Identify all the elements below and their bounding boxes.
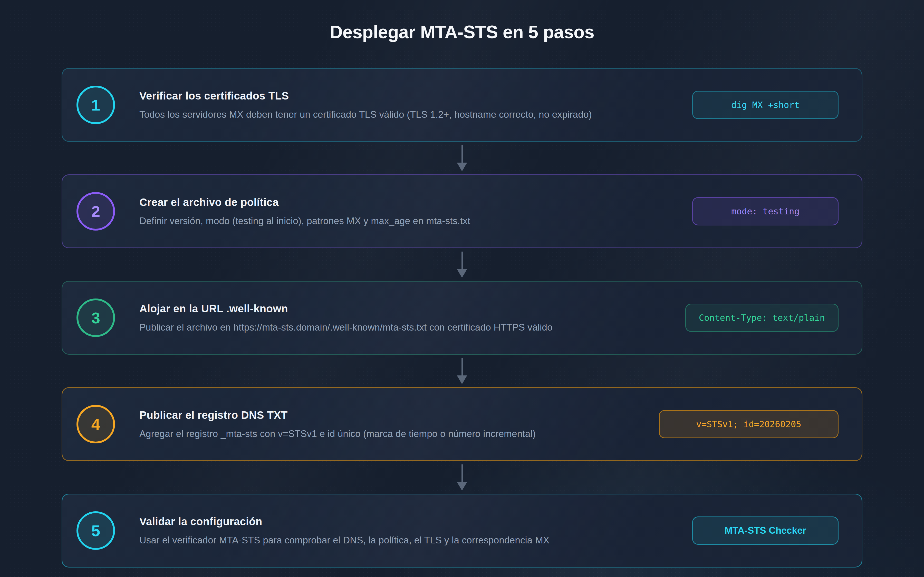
step-number: 1: [91, 96, 100, 114]
step-title: Alojar en la URL .well-known: [139, 303, 552, 315]
page-title: Desplegar MTA-STS en 5 pasos: [0, 22, 924, 42]
step-description: Todos los servidores MX deben tener un c…: [139, 109, 592, 120]
step-code-badge: Content-Type: text/plain: [685, 304, 838, 332]
step-title: Crear el archivo de política: [139, 196, 470, 208]
down-arrow-icon: [61, 461, 863, 494]
step-code-badge: v=STSv1; id=20260205: [659, 410, 838, 438]
step-card-2: 2 Crear el archivo de política Definir v…: [61, 174, 863, 248]
arrow-line: [462, 358, 463, 376]
step-title: Verificar los certificados TLS: [139, 90, 592, 102]
down-arrow-icon: [61, 142, 863, 174]
step-number: 4: [91, 415, 100, 434]
step-text: Crear el archivo de política Definir ver…: [139, 196, 470, 226]
step-card-4-highlighted: 4 Publicar el registro DNS TXT Agregar e…: [61, 387, 863, 461]
step-text: Alojar en la URL .well-known Publicar el…: [139, 303, 552, 333]
step-text: Verificar los certificados TLS Todos los…: [139, 90, 592, 120]
step-number: 2: [91, 202, 100, 221]
arrow-head: [457, 163, 467, 171]
step-code-badge: dig MX +short: [692, 91, 838, 119]
step-number: 5: [91, 522, 100, 540]
step-description: Definir versión, modo (testing al inicio…: [139, 216, 470, 226]
arrow-line: [462, 145, 463, 163]
arrow-head: [457, 482, 467, 491]
step-number-circle: 2: [76, 192, 115, 230]
step-description: Usar el verificador MTA-STS para comprob…: [139, 535, 549, 546]
step-description: Publicar el archivo en https://mta-sts.d…: [139, 322, 552, 333]
down-arrow-icon: [61, 248, 863, 281]
step-number-circle: 3: [76, 298, 115, 337]
step-card-5: 5 Validar la configuración Usar el verif…: [61, 494, 863, 567]
step-number: 3: [91, 309, 100, 327]
arrow-line: [462, 251, 463, 269]
arrow-line: [462, 464, 463, 482]
step-text: Validar la configuración Usar el verific…: [139, 516, 549, 546]
step-number-circle: 5: [76, 511, 115, 550]
arrow-head: [457, 269, 467, 278]
step-title: Publicar el registro DNS TXT: [139, 409, 536, 421]
step-number-circle: 4: [76, 405, 115, 443]
arrow-head: [457, 376, 467, 384]
step-code-badge: mode: testing: [692, 197, 838, 226]
down-arrow-icon: [61, 355, 863, 387]
step-title: Validar la configuración: [139, 516, 549, 528]
step-text: Publicar el registro DNS TXT Agregar el …: [139, 409, 536, 439]
mta-sts-checker-button[interactable]: MTA-STS Checker: [692, 516, 838, 545]
step-number-circle: 1: [76, 85, 115, 124]
steps-flow: 1 Verificar los certificados TLS Todos l…: [61, 68, 863, 567]
step-description: Agregar el registro _mta-sts con v=STSv1…: [139, 429, 536, 439]
step-card-3: 3 Alojar en la URL .well-known Publicar …: [61, 281, 863, 355]
step-card-1: 1 Verificar los certificados TLS Todos l…: [61, 68, 863, 142]
